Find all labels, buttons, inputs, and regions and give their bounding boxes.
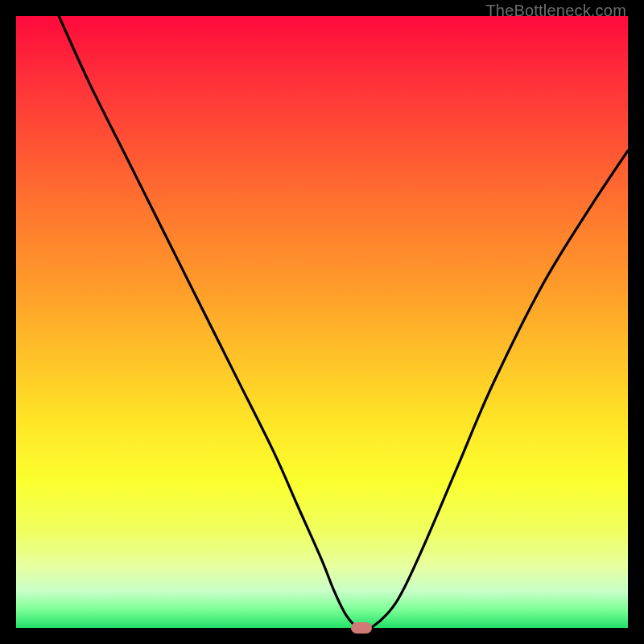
chart-frame: TheBottleneck.com (0, 0, 644, 644)
bottleneck-curve (16, 16, 628, 628)
curve-path (59, 16, 628, 628)
plot-area (16, 16, 628, 628)
optimum-marker (351, 622, 372, 634)
